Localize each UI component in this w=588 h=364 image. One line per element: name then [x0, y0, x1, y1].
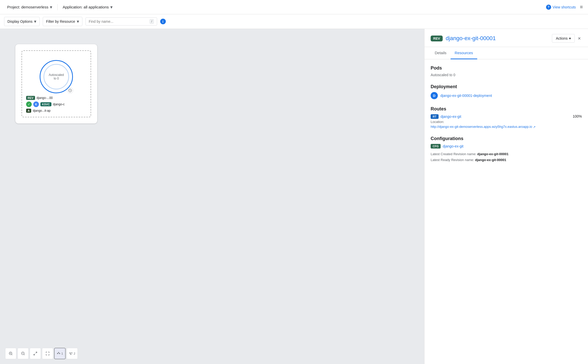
- actions-button[interactable]: Actions ▾: [552, 34, 575, 43]
- filter-bar: Display Options ▾ Filter by Resource ▾ /…: [0, 14, 588, 29]
- pods-subtitle: Autoscaled to 0: [431, 73, 582, 77]
- svg-point-11: [58, 352, 59, 353]
- panel-tabs: Details Resources: [424, 47, 588, 59]
- svg-point-12: [59, 353, 60, 354]
- autoscale-inner-circle: Autoscaledto 0: [43, 64, 69, 89]
- display-options-button[interactable]: Display Options ▾: [4, 17, 40, 26]
- svg-line-19: [70, 353, 71, 354]
- ksvc-chip: ✓ K KSVC django-c: [26, 101, 86, 107]
- rev-name: django-...00: [37, 96, 53, 100]
- check-badge-icon: ✓: [26, 101, 32, 107]
- routes-title: Routes: [431, 106, 582, 112]
- svg-line-2: [12, 354, 12, 355]
- help-icon: ?: [546, 5, 551, 10]
- node-layout-1-button[interactable]: 1: [54, 348, 66, 359]
- ksvc-badge: KSVC: [40, 102, 51, 106]
- svg-point-16: [72, 353, 72, 353]
- deployment-section: Deployment D django-ex-git-00001-deploym…: [431, 84, 582, 99]
- cfg-details: Latest Created Revision name: django-ex-…: [431, 151, 582, 163]
- svg-point-10: [57, 353, 58, 354]
- routes-section: Routes RT django-ex-git Location:: [431, 106, 582, 129]
- menu-icon[interactable]: ≡: [580, 4, 583, 10]
- cfg-name-link[interactable]: django-ex-git: [443, 144, 463, 148]
- cfg-latest-created-label: Latest Created Revision name:: [431, 152, 476, 156]
- configurations-title: Configurations: [431, 136, 582, 141]
- display-options-label: Display Options: [7, 19, 32, 24]
- route-info: RT django-ex-git Location: http://django…: [431, 114, 536, 129]
- external-link-icon: ↗: [533, 125, 536, 129]
- tab-details[interactable]: Details: [431, 47, 451, 59]
- filter-by-resource-label: Filter by Resource: [46, 19, 75, 24]
- filter-resource-chevron-icon: ▾: [77, 19, 79, 24]
- search-input[interactable]: [89, 19, 148, 24]
- autoscale-circle: Autoscaledto 0: [40, 60, 73, 93]
- fit-button[interactable]: [30, 348, 41, 359]
- topology-card: Autoscaledto 0 REV django-...00 ✓: [15, 44, 97, 123]
- expand-button[interactable]: [42, 348, 53, 359]
- top-divider: [57, 4, 58, 10]
- cfg-badge: CFG: [431, 144, 441, 149]
- app-label: Application: all applications: [63, 5, 109, 9]
- svg-line-8: [36, 352, 37, 353]
- app-chip: A django...it-ap: [26, 109, 86, 113]
- topology-inner: Autoscaledto 0 REV django-...00 ✓: [21, 50, 91, 117]
- route-location-label: Location:: [431, 120, 536, 124]
- deployment-title: Deployment: [431, 84, 582, 89]
- view-shortcuts-link[interactable]: ? View shortcuts: [546, 5, 576, 10]
- svg-line-9: [34, 354, 35, 355]
- display-options-chevron-icon: ▾: [34, 19, 36, 24]
- filter-by-resource-button[interactable]: Filter by Resource ▾: [43, 17, 82, 26]
- pods-section: Pods Autoscaled to 0: [431, 65, 582, 77]
- svg-line-6: [24, 354, 25, 355]
- side-panel: REV django-ex-git-00001 Actions ▾ × Deta…: [424, 29, 588, 364]
- actions-chevron-icon: ▾: [569, 36, 571, 40]
- app-selector[interactable]: Application: all applications ▾: [61, 3, 115, 11]
- app-chevron-icon: ▾: [110, 4, 113, 10]
- cfg-name: django-ex-git: [443, 144, 463, 148]
- node-layout-1-label: 1: [57, 352, 63, 355]
- route-percent: 100%: [573, 114, 582, 118]
- rev-badge: REV: [26, 96, 35, 100]
- panel-title-row: REV django-ex-git-00001: [431, 35, 496, 42]
- panel-title: django-ex-git-00001: [446, 35, 496, 42]
- view-shortcuts-label: View shortcuts: [553, 5, 576, 9]
- route-url-link[interactable]: http://django-ex-git-demoserverless.apps…: [431, 125, 536, 129]
- panel-header: REV django-ex-git-00001 Actions ▾ ×: [424, 29, 588, 47]
- app-badge: A: [26, 109, 31, 113]
- rev-chip: REV django-...00: [26, 96, 86, 100]
- top-bar: Project: demoserverless ▾ Application: a…: [0, 0, 588, 14]
- route-name-link[interactable]: django-ex-git: [441, 115, 461, 119]
- tab-resources[interactable]: Resources: [451, 47, 477, 59]
- ksvc-name: django-c: [53, 103, 65, 106]
- route-row: RT django-ex-git Location: http://django…: [431, 114, 582, 129]
- node-layout-2-label: 2: [69, 352, 75, 355]
- route-url: http://django-ex-git-demoserverless.apps…: [431, 125, 532, 129]
- zoom-in-button[interactable]: [5, 348, 16, 359]
- node-layout-2-button[interactable]: 2: [67, 348, 78, 359]
- canvas-area[interactable]: Autoscaledto 0 REV django-...00 ✓: [0, 29, 424, 364]
- panel-actions: Actions ▾ ×: [552, 34, 582, 43]
- bottom-toolbar: 1 2: [5, 348, 78, 359]
- panel-content: Pods Autoscaled to 0 Deployment D django…: [424, 59, 588, 364]
- deployment-link[interactable]: D django-ex-git-00001-deployment: [431, 92, 582, 99]
- main-content: Autoscaledto 0 REV django-...00 ✓: [0, 29, 588, 364]
- panel-rev-badge: REV: [431, 36, 443, 41]
- k-badge-icon: K: [33, 101, 39, 107]
- circle-icon: [67, 87, 73, 94]
- deployment-link-text: django-ex-git-00001-deployment: [440, 94, 492, 98]
- top-bar-right: ? View shortcuts ≡: [546, 4, 583, 10]
- project-selector[interactable]: Project: demoserverless ▾: [5, 3, 54, 11]
- close-button[interactable]: ×: [577, 35, 582, 42]
- top-bar-left: Project: demoserverless ▾ Application: a…: [5, 3, 115, 11]
- cfg-latest-ready-label: Latest Ready Revision name:: [431, 158, 474, 162]
- pods-title: Pods: [431, 65, 582, 71]
- actions-label: Actions: [556, 36, 568, 40]
- zoom-out-button[interactable]: [17, 348, 29, 359]
- cfg-latest-ready-value: django-ex-git-00001: [475, 158, 506, 162]
- app-name: django...it-ap: [33, 109, 50, 112]
- info-icon[interactable]: i: [160, 19, 166, 24]
- project-chevron-icon: ▾: [50, 4, 52, 10]
- search-box: /: [85, 17, 157, 26]
- autoscale-text: Autoscaledto 0: [49, 73, 64, 80]
- resource-chips: REV django-...00 ✓ K KSVC django-c A dja…: [26, 96, 86, 113]
